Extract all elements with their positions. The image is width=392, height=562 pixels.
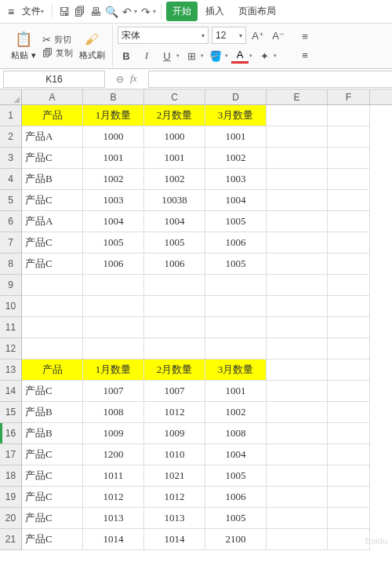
cell[interactable] xyxy=(328,508,370,529)
save-as-icon[interactable]: 🗐 xyxy=(73,5,87,18)
cell[interactable]: 1021 xyxy=(144,465,205,487)
cell[interactable] xyxy=(328,169,370,190)
cell[interactable] xyxy=(83,275,144,296)
cell[interactable]: 1013 xyxy=(144,508,205,529)
cell[interactable] xyxy=(205,338,267,359)
cell[interactable] xyxy=(144,296,205,317)
cell[interactable]: 1013 xyxy=(83,508,144,529)
cell[interactable] xyxy=(328,338,370,359)
cell[interactable]: 1006 xyxy=(205,232,267,254)
cell[interactable] xyxy=(267,232,328,254)
cell[interactable]: 产品C xyxy=(22,465,83,487)
row-header[interactable]: 13 xyxy=(0,359,22,381)
row-header[interactable]: 16 xyxy=(0,423,22,444)
cell[interactable] xyxy=(328,359,370,381)
print-preview-icon[interactable]: 🔍 xyxy=(104,5,118,18)
cell[interactable]: 2月数量 xyxy=(144,359,205,381)
shrink-font-button[interactable]: A⁻ xyxy=(270,27,287,44)
fx-icon[interactable]: fx xyxy=(130,73,137,85)
cell[interactable]: 1001 xyxy=(205,126,267,148)
cell[interactable]: 1008 xyxy=(83,402,144,423)
row-header[interactable]: 15 xyxy=(0,402,22,423)
row-header[interactable]: 1 xyxy=(0,105,22,126)
cell[interactable]: 1002 xyxy=(205,402,267,423)
column-header[interactable]: B xyxy=(83,89,144,104)
cell[interactable] xyxy=(205,296,267,317)
cell[interactable]: 1012 xyxy=(144,402,205,423)
cell[interactable]: 10038 xyxy=(144,190,205,211)
row-header[interactable]: 8 xyxy=(0,254,22,275)
row-header[interactable]: 21 xyxy=(0,529,22,550)
cell[interactable] xyxy=(22,338,83,359)
halign-button[interactable]: ≡ xyxy=(296,47,314,64)
cell[interactable]: 1005 xyxy=(205,465,267,487)
cell[interactable] xyxy=(22,275,83,296)
row-header[interactable]: 10 xyxy=(0,296,22,317)
cell[interactable] xyxy=(22,296,83,317)
cell[interactable] xyxy=(328,105,370,126)
row-header[interactable]: 2 xyxy=(0,126,22,148)
cell[interactable]: 1007 xyxy=(83,381,144,402)
row-header[interactable]: 9 xyxy=(0,275,22,296)
cell[interactable]: 1月数量 xyxy=(83,359,144,381)
cell[interactable]: 2月数量 xyxy=(144,105,205,126)
row-header[interactable]: 11 xyxy=(0,317,22,338)
cell[interactable] xyxy=(22,317,83,338)
cell[interactable]: 1002 xyxy=(205,148,267,169)
column-header[interactable]: C xyxy=(144,89,205,104)
cell[interactable]: 1009 xyxy=(83,423,144,444)
chevron-down-icon[interactable]: ▾ xyxy=(134,8,137,15)
cell[interactable]: 1200 xyxy=(83,444,144,465)
cell[interactable] xyxy=(144,317,205,338)
cell[interactable]: 1007 xyxy=(144,381,205,402)
cell[interactable]: 1005 xyxy=(83,232,144,254)
cell[interactable] xyxy=(328,275,370,296)
row-header[interactable]: 20 xyxy=(0,508,22,529)
cell[interactable]: 产品C xyxy=(22,508,83,529)
cell[interactable] xyxy=(267,211,328,232)
row-header[interactable]: 19 xyxy=(0,487,22,508)
cell[interactable]: 1006 xyxy=(205,487,267,508)
valign-button[interactable]: ≡ xyxy=(296,28,314,46)
row-header[interactable]: 12 xyxy=(0,338,22,359)
cell[interactable] xyxy=(267,508,328,529)
cell[interactable]: 1006 xyxy=(83,254,144,275)
cell[interactable] xyxy=(267,126,328,148)
font-size-combo[interactable]: 12 ▾ xyxy=(212,27,246,44)
cell[interactable]: 1005 xyxy=(144,232,205,254)
row-header[interactable]: 7 xyxy=(0,232,22,254)
file-menu[interactable]: 文件 ▾ xyxy=(19,5,47,18)
tab-start[interactable]: 开始 xyxy=(166,2,198,21)
formula-input[interactable] xyxy=(148,71,392,88)
chevron-down-icon[interactable]: ▾ xyxy=(153,8,156,15)
cell[interactable] xyxy=(328,529,370,550)
cell[interactable] xyxy=(328,402,370,423)
cell[interactable]: 1009 xyxy=(144,423,205,444)
tab-page-layout[interactable]: 页面布局 xyxy=(232,2,282,21)
cell[interactable]: 产品C xyxy=(22,487,83,508)
cell[interactable]: 1004 xyxy=(83,211,144,232)
cell[interactable]: 产品C xyxy=(22,232,83,254)
cell[interactable]: 产品B xyxy=(22,169,83,190)
cell[interactable]: 1月数量 xyxy=(83,105,144,126)
cell[interactable]: 1004 xyxy=(205,444,267,465)
cell[interactable] xyxy=(83,296,144,317)
cell[interactable] xyxy=(267,317,328,338)
cell[interactable] xyxy=(144,275,205,296)
cell[interactable] xyxy=(328,444,370,465)
cell[interactable] xyxy=(267,190,328,211)
cell[interactable]: 产品 xyxy=(22,105,83,126)
cell[interactable]: 1001 xyxy=(144,148,205,169)
cell[interactable]: 1001 xyxy=(205,381,267,402)
fill-color-button[interactable]: 🪣 ▾ xyxy=(207,47,228,64)
italic-button[interactable]: I xyxy=(138,47,155,64)
redo-icon[interactable]: ↷ xyxy=(139,5,153,18)
cell[interactable]: 产品C xyxy=(22,148,83,169)
cell[interactable]: 产品C xyxy=(22,254,83,275)
format-painter-button[interactable]: 🖌 格式刷 xyxy=(76,31,107,61)
cell[interactable] xyxy=(328,148,370,169)
cell[interactable]: 1003 xyxy=(205,169,267,190)
cell[interactable]: 1002 xyxy=(83,169,144,190)
row-header[interactable]: 6 xyxy=(0,211,22,232)
column-header[interactable]: F xyxy=(328,89,370,104)
